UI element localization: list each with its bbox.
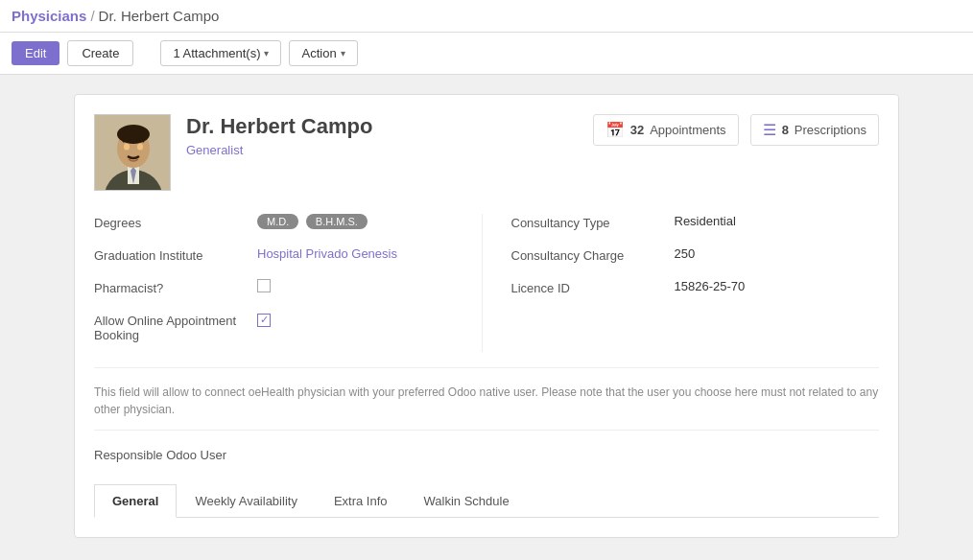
degree-tag-bhms: B.H.M.S. [306, 214, 368, 229]
physician-card: Dr. Herbert Campo Generalist 📅 32 Appoin… [74, 94, 899, 538]
consultancy-type-row: Consultancy Type Residential [511, 214, 880, 237]
edit-button[interactable]: Edit [12, 41, 59, 65]
physician-header: Dr. Herbert Campo Generalist 📅 32 Appoin… [94, 114, 879, 191]
pharmacist-checkbox-input[interactable] [257, 279, 271, 292]
physician-name-section: Dr. Herbert Campo Generalist [186, 114, 593, 157]
physician-photo [94, 114, 171, 191]
tab-extra-info[interactable]: Extra Info [316, 484, 406, 518]
allow-online-label: Allow Online Appointment Booking [94, 312, 257, 342]
consultancy-type-label: Consultancy Type [511, 214, 675, 230]
graduation-value: Hospital Privado Genesis [257, 246, 463, 261]
prescription-icon: ☰ [763, 121, 776, 139]
svg-point-7 [137, 144, 143, 151]
consultancy-charge-value: 250 [675, 246, 880, 261]
tab-general[interactable]: General [94, 484, 177, 518]
action-dropdown-arrow: ▾ [341, 48, 345, 58]
breadcrumb-physicians[interactable]: Physicians [12, 8, 86, 24]
pharmacist-label: Pharmacist? [94, 279, 257, 295]
calendar-icon: 📅 [605, 121, 625, 139]
consultancy-charge-label: Consultancy Charge [511, 246, 675, 263]
prescriptions-stat-button[interactable]: ☰ 8 Prescriptions [750, 114, 879, 146]
attachment-button[interactable]: 1 Attachment(s) ▾ [160, 40, 281, 66]
attachment-label: 1 Attachment(s) [173, 46, 260, 60]
breadcrumb-separator: / [90, 8, 94, 24]
pharmacist-checkbox [257, 279, 463, 295]
degrees-label: Degrees [94, 214, 257, 230]
appointments-count: 32 [630, 123, 644, 137]
physician-photo-svg [95, 115, 171, 191]
allow-online-row: Allow Online Appointment Booking ✓ [94, 312, 463, 342]
details-left: Degrees M.D. B.H.M.S. Graduation Institu… [94, 214, 483, 352]
degree-tag-md: M.D. [257, 214, 298, 229]
breadcrumb-bar: Physicians / Dr. Herbert Campo [0, 0, 973, 33]
licence-id-label: Licence ID [511, 279, 675, 295]
pharmacist-row: Pharmacist? [94, 279, 463, 302]
tab-weekly-availability[interactable]: Weekly Availability [177, 484, 315, 518]
allow-online-checkbox-input[interactable]: ✓ [257, 314, 271, 327]
physician-specialty: Generalist [186, 143, 593, 157]
appointments-stat-button[interactable]: 📅 32 Appointments [593, 114, 739, 146]
svg-point-5 [117, 125, 150, 144]
prescriptions-label: Prescriptions [795, 123, 866, 137]
graduation-link[interactable]: Hospital Privado Genesis [257, 246, 397, 261]
attachment-dropdown-arrow: ▾ [264, 48, 269, 58]
main-content: Dr. Herbert Campo Generalist 📅 32 Appoin… [0, 75, 973, 557]
physician-name: Dr. Herbert Campo [186, 114, 593, 139]
graduation-row: Graduation Institute Hospital Privado Ge… [94, 246, 463, 269]
action-button[interactable]: Action ▾ [289, 40, 357, 66]
responsible-user-label: Responsible Odoo User [94, 446, 257, 462]
physician-stats: 📅 32 Appointments ☰ 8 Prescriptions [593, 114, 879, 146]
info-note: This field will allow to connect oeHealt… [94, 384, 879, 431]
allow-online-checkbox: ✓ [257, 312, 463, 327]
action-bar: Edit Create 1 Attachment(s) ▾ Action ▾ [0, 33, 973, 75]
licence-id-value: 15826-25-70 [675, 279, 880, 293]
consultancy-type-value: Residential [675, 214, 880, 228]
details-section: Degrees M.D. B.H.M.S. Graduation Institu… [94, 214, 879, 368]
create-button[interactable]: Create [67, 40, 133, 66]
degrees-row: Degrees M.D. B.H.M.S. [94, 214, 463, 237]
tab-walkin-schedule[interactable]: Walkin Schdule [406, 484, 528, 518]
responsible-user-row: Responsible Odoo User [94, 446, 879, 469]
licence-id-row: Licence ID 15826-25-70 [511, 279, 880, 302]
svg-point-6 [124, 144, 130, 151]
appointments-label: Appointments [650, 123, 726, 137]
tabs-bar: General Weekly Availability Extra Info W… [94, 484, 879, 518]
details-right: Consultancy Type Residential Consultancy… [483, 214, 880, 352]
degree-tags: M.D. B.H.M.S. [257, 214, 463, 229]
graduation-label: Graduation Institute [94, 246, 257, 263]
breadcrumb-current: Dr. Herbert Campo [99, 8, 220, 24]
action-label: Action [301, 46, 336, 60]
responsible-section: Responsible Odoo User [94, 446, 879, 469]
consultancy-charge-row: Consultancy Charge 250 [511, 246, 880, 269]
prescriptions-count: 8 [782, 123, 789, 137]
